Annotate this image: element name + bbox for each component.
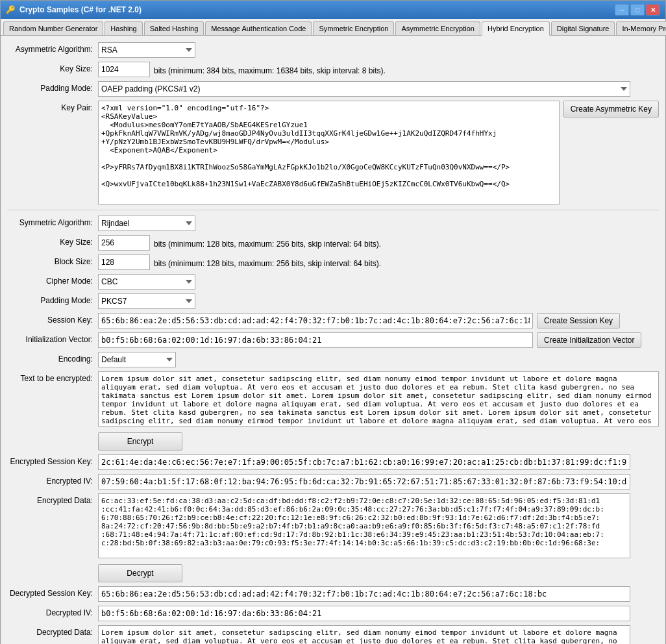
asymmetric-algorithm-label: Asymmetric Algorithm: — [7, 42, 98, 54]
text-encrypt-control — [98, 371, 659, 428]
symmetric-algorithm-select[interactable]: Rijndael AES DES TripleDES RC2 — [98, 216, 195, 231]
tab-digital-signature[interactable]: Digital Signature — [551, 21, 615, 35]
session-key-control: Create Session Key — [98, 313, 659, 328]
iv-label: Initialization Vector: — [7, 332, 98, 344]
tab-asymmetric-encryption[interactable]: Asymmetric Encryption — [395, 21, 480, 35]
padding-mode-sym-control: PKCS7 Zeros ANSIX923 ISO10126 None — [98, 293, 659, 309]
symmetric-algorithm-row: Symmetric Algorithm: Rijndael AES DES Tr… — [7, 216, 659, 231]
padding-mode-sym-select[interactable]: PKCS7 Zeros ANSIX923 ISO10126 None — [98, 293, 195, 309]
titlebar: 🔑 Crypto Samples (C# for .NET 2.0) ─ □ ✕ — [1, 1, 665, 19]
window-icon: 🔑 — [6, 5, 16, 14]
decrypted-iv-label: Decrypted IV: — [7, 606, 98, 617]
encoding-select[interactable]: Default Unicode UTF-7 UTF-8 UTF-32 ASCII — [98, 352, 176, 367]
encrypted-data-textarea[interactable] — [98, 493, 630, 558]
iv-input[interactable] — [98, 332, 533, 348]
symmetric-key-size-input[interactable] — [98, 235, 150, 251]
encrypted-iv-control — [98, 474, 659, 489]
key-pair-area: Create Asymmetric Key — [98, 101, 659, 204]
decrypted-data-textarea[interactable] — [98, 625, 630, 644]
cipher-mode-row: Cipher Mode: CBC ECB OFB CFB CTS — [7, 274, 659, 290]
key-size-info: bits (minimum: 384 bits, maximum: 16384 … — [154, 64, 386, 75]
encoding-row: Encoding: Default Unicode UTF-7 UTF-8 UT… — [7, 352, 659, 367]
encrypted-session-key-label: Encrypted Session Key: — [7, 454, 98, 466]
block-size-label: Block Size: — [7, 254, 98, 266]
key-pair-row: Key Pair: Create Asymmetric Key — [7, 101, 659, 204]
encrypted-iv-row: Encrypted IV: — [7, 474, 659, 489]
encrypted-data-label: Encrypted Data: — [7, 493, 98, 505]
tabs-bar: Random Number Generator Hashing Salted H… — [1, 19, 665, 36]
encrypted-session-key-control — [98, 454, 659, 470]
encrypted-session-key-input[interactable] — [98, 454, 630, 470]
window-controls: ─ □ ✕ — [615, 4, 660, 16]
maximize-button[interactable]: □ — [630, 4, 645, 16]
cipher-mode-label: Cipher Mode: — [7, 274, 98, 286]
symmetric-algorithm-control: Rijndael AES DES TripleDES RC2 — [98, 216, 659, 231]
session-key-input[interactable] — [98, 313, 533, 328]
key-pair-textarea[interactable] — [98, 101, 560, 204]
symmetric-algorithm-label: Symmetric Algorithm: — [7, 216, 98, 227]
decrypted-iv-input[interactable] — [98, 606, 630, 621]
block-size-info: bits (minimum: 128 bits, maximum: 256 bi… — [154, 256, 381, 268]
session-key-label: Session Key: — [7, 313, 98, 325]
tab-symmetric-encryption[interactable]: Symmetric Encryption — [313, 21, 394, 35]
symmetric-key-size-control: bits (minimum: 128 bits, maximum: 256 bi… — [98, 235, 659, 251]
encoding-label: Encoding: — [7, 352, 98, 364]
symmetric-key-size-row: Key Size: bits (minimum: 128 bits, maxim… — [7, 235, 659, 251]
iv-control: Create Initialization Vector — [98, 332, 659, 348]
encrypted-data-control — [98, 493, 659, 560]
create-iv-button[interactable]: Create Initialization Vector — [537, 332, 641, 348]
padding-mode-asym-select[interactable]: OAEP padding (PKCS#1 v2) PKCS#1 v1.5 — [98, 81, 630, 97]
create-asymmetric-key-button[interactable]: Create Asymmetric Key — [563, 101, 659, 118]
decrypted-session-key-label: Decrypted Session Key: — [7, 586, 98, 598]
encrypted-iv-input[interactable] — [98, 474, 630, 489]
tab-hashing[interactable]: Hashing — [105, 21, 142, 35]
key-pair-label: Key Pair: — [7, 101, 98, 112]
main-content: Asymmetric Algorithm: RSA DSA Key Size: … — [1, 36, 665, 644]
decrypt-button[interactable]: Decrypt — [98, 564, 182, 582]
tab-random-number-generator[interactable]: Random Number Generator — [3, 21, 103, 35]
key-pair-control: Create Asymmetric Key — [98, 101, 659, 204]
iv-row: Initialization Vector: Create Initializa… — [7, 332, 659, 348]
tab-message-authentication-code[interactable]: Message Authentication Code — [205, 21, 312, 35]
session-key-area: Create Session Key — [98, 313, 659, 328]
tab-salted-hashing[interactable]: Salted Hashing — [144, 21, 204, 35]
decrypted-iv-row: Decrypted IV: — [7, 606, 659, 621]
iv-area: Create Initialization Vector — [98, 332, 659, 348]
key-size-control: bits (minimum: 384 bits, maximum: 16384 … — [98, 62, 659, 77]
minimize-button[interactable]: ─ — [615, 4, 629, 16]
encrypt-button[interactable]: Encrypt — [98, 432, 182, 451]
decrypted-session-key-input[interactable] — [98, 586, 630, 602]
block-size-input[interactable] — [98, 254, 150, 270]
encrypted-data-row: Encrypted Data: — [7, 493, 659, 560]
create-session-key-button[interactable]: Create Session Key — [537, 313, 620, 328]
text-encrypt-textarea[interactable] — [98, 371, 659, 427]
block-size-control: bits (minimum: 128 bits, maximum: 256 bi… — [98, 254, 659, 270]
decrypt-area: Decrypt — [98, 564, 659, 582]
decrypted-iv-control — [98, 606, 659, 621]
padding-mode-sym-row: Padding Mode: PKCS7 Zeros ANSIX923 ISO10… — [7, 293, 659, 309]
asymmetric-algorithm-control: RSA DSA — [98, 42, 659, 58]
encrypted-session-key-row: Encrypted Session Key: — [7, 454, 659, 470]
tab-hybrid-encryption[interactable]: Hybrid Encryption — [482, 21, 550, 36]
padding-mode-asym-row: Padding Mode: OAEP padding (PKCS#1 v2) P… — [7, 81, 659, 97]
text-encrypt-row: Text to be encrypted: — [7, 371, 659, 428]
asymmetric-algorithm-row: Asymmetric Algorithm: RSA DSA — [7, 42, 659, 58]
asymmetric-algorithm-select[interactable]: RSA DSA — [98, 42, 195, 58]
decrypted-data-row: Decrypted Data: — [7, 625, 659, 644]
padding-mode-sym-label: Padding Mode: — [7, 293, 98, 305]
encrypt-area: Encrypt — [98, 432, 659, 451]
cipher-mode-control: CBC ECB OFB CFB CTS — [98, 274, 659, 290]
decrypted-data-label: Decrypted Data: — [7, 625, 98, 637]
key-size-input[interactable] — [98, 62, 150, 77]
encrypted-iv-label: Encrypted IV: — [7, 474, 98, 486]
tab-in-memory-protection[interactable]: In-Memory Protection — [616, 21, 666, 35]
session-key-row: Session Key: Create Session Key — [7, 313, 659, 328]
decrypted-data-control — [98, 625, 659, 644]
padding-mode-asym-label: Padding Mode: — [7, 81, 98, 93]
cipher-mode-select[interactable]: CBC ECB OFB CFB CTS — [98, 274, 195, 290]
text-encrypt-label: Text to be encrypted: — [7, 371, 98, 383]
decrypted-session-key-control — [98, 586, 659, 602]
encoding-control: Default Unicode UTF-7 UTF-8 UTF-32 ASCII — [98, 352, 659, 367]
close-button[interactable]: ✕ — [646, 4, 660, 16]
symmetric-key-size-label: Key Size: — [7, 235, 98, 247]
